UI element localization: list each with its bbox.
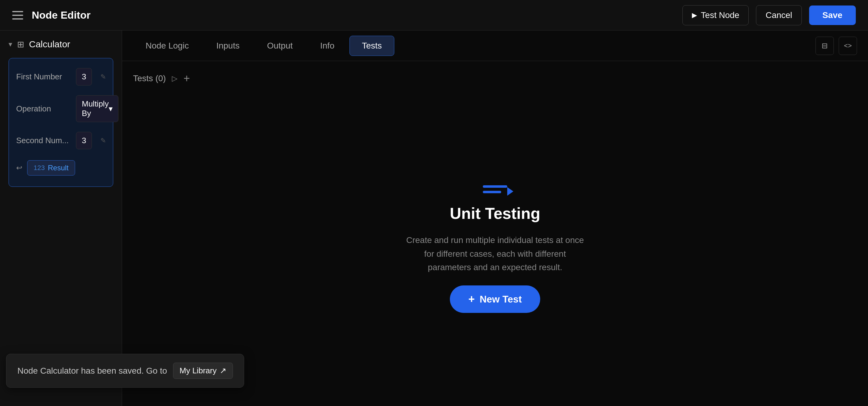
empty-state-title: Unit Testing [450,204,540,222]
toast-message: Node Calculator has been saved. Go to [18,366,167,376]
page-title: Node Editor [32,9,91,21]
cancel-button[interactable]: Cancel [756,5,802,25]
chevron-down-icon: ▾ [108,104,113,114]
split-view-button[interactable]: ⊟ [815,37,834,55]
result-row: ↩ 123 Result [9,154,113,182]
calculator-icon: ⊞ [17,39,24,50]
operation-dropdown[interactable]: Multiply By ▾ [76,95,118,122]
empty-state: Unit Testing Create and run multiple ind… [133,103,857,395]
tab-bar: Node Logic Inputs Output Info Tests ⊟ <> [122,31,868,61]
add-test-header-button[interactable]: + [183,72,190,85]
empty-state-description: Create and run multiple individual tests… [403,233,587,275]
tab-node-logic[interactable]: Node Logic [133,36,202,56]
main-layout: ▾ ⊞ Calculator First Number 3 ✎ Operatio… [0,31,868,406]
header: Node Editor ▶ Test Node Cancel Save [0,0,868,31]
menu-button[interactable] [12,11,23,20]
run-all-button[interactable]: ▷ [172,74,177,83]
plus-icon: + [468,293,474,306]
code-view-button[interactable]: <> [839,37,857,55]
field-row-operation: Operation Multiply By ▾ ✎ [9,90,113,127]
node-title: Calculator [29,39,70,50]
field-row-first-number: First Number 3 ✎ [9,63,113,90]
my-library-link[interactable]: My Library ↗ [173,363,232,379]
header-left: Node Editor [12,9,91,21]
code-view-icon: <> [844,42,852,50]
header-right: ▶ Test Node Cancel Save [682,5,856,25]
tab-output[interactable]: Output [254,36,305,56]
second-number-value[interactable]: 3 [76,132,92,149]
collapse-icon[interactable]: ▾ [8,40,12,49]
first-number-label: First Number [16,72,71,82]
second-number-edit-icon[interactable]: ✎ [100,137,106,145]
right-panel: Node Logic Inputs Output Info Tests ⊟ <>… [122,31,868,406]
field-row-second-number: Second Num... 3 ✎ [9,127,113,154]
node-header: ▾ ⊞ Calculator [8,39,113,50]
first-number-value[interactable]: 3 [76,68,92,86]
tests-count-label: Tests (0) [133,73,166,83]
second-number-label: Second Num... [16,136,71,145]
run-all-icon: ▷ [172,74,177,83]
unit-test-icon [483,185,507,193]
tab-info[interactable]: Info [308,36,347,56]
external-link-icon: ↗ [220,366,226,375]
result-badge: 123 Result [27,160,75,176]
play-icon: ▶ [692,11,697,19]
fields-container: First Number 3 ✎ Operation Multiply By ▾… [8,58,113,187]
tests-header: Tests (0) ▷ + [133,72,857,85]
toast-notification: Node Calculator has been saved. Go to My… [6,354,244,388]
tab-tests[interactable]: Tests [349,36,394,56]
first-number-edit-icon[interactable]: ✎ [100,73,106,81]
tab-actions: ⊟ <> [815,37,857,55]
operation-label: Operation [16,104,71,114]
new-test-button[interactable]: + New Test [450,285,540,313]
save-button[interactable]: Save [809,5,856,25]
hash-icon: 123 [34,164,45,172]
test-node-button[interactable]: ▶ Test Node [682,5,749,25]
add-icon: + [183,72,190,85]
split-view-icon: ⊟ [822,41,828,50]
tab-inputs[interactable]: Inputs [204,36,252,56]
left-panel: ▾ ⊞ Calculator First Number 3 ✎ Operatio… [0,31,122,406]
result-arrow-icon: ↩ [16,164,22,172]
